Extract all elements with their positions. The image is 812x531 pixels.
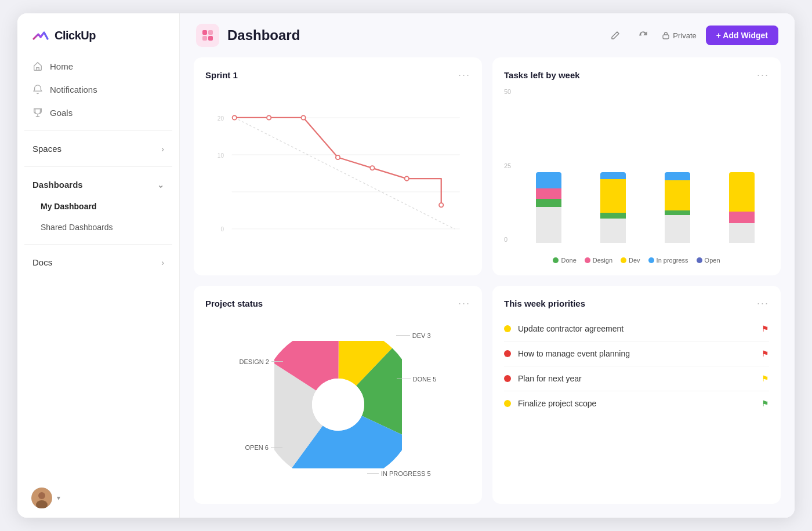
done-label: Done: [561, 257, 576, 264]
bar-group-2: [586, 172, 641, 243]
divider-1: [24, 130, 172, 131]
clickup-logo-icon: [31, 26, 50, 45]
main-content: Dashboard Pri: [180, 13, 795, 518]
priority-text-3: Plan for next year: [518, 374, 755, 383]
bar-segment-empty-4: [729, 223, 755, 243]
priorities-menu-button[interactable]: ···: [757, 297, 769, 310]
user-avatar[interactable]: [31, 488, 52, 508]
bar-segment-dev-4: [729, 172, 755, 212]
bar-group-1: [521, 172, 577, 243]
svg-point-19: [336, 155, 340, 159]
docs-chevron: ›: [161, 258, 164, 267]
bar-segment-empty-2: [600, 219, 626, 243]
priority-flag-3: ⚑: [762, 374, 769, 383]
design-label: Design: [593, 257, 612, 264]
bar-segment-empty-3: [665, 215, 690, 243]
shared-dashboards-label: Shared Dashboards: [41, 223, 113, 232]
sidebar-item-spaces[interactable]: Spaces ›: [24, 138, 172, 159]
sidebar-item-docs[interactable]: Docs ›: [24, 252, 172, 273]
svg-rect-3: [202, 30, 207, 35]
pie-label-done: DONE 5: [397, 376, 437, 383]
dev-dot: [621, 257, 626, 263]
bar-segment-dev-3: [665, 180, 690, 210]
dashboards-chevron: ⌄: [157, 180, 164, 190]
tasks-widget: Tasks left by week ··· 50 25 0: [492, 57, 781, 275]
tasks-widget-header: Tasks left by week ···: [504, 69, 769, 81]
svg-text:0: 0: [220, 226, 224, 232]
priority-item-1: Update contractor agreement ⚑: [504, 317, 769, 341]
bar-segment-done-2: [600, 213, 626, 219]
sprint-line-chart: 20 10 0: [205, 88, 470, 264]
chart-legend: Done Design Dev In progress: [504, 257, 769, 264]
pie-label-dev: DEV 3: [396, 332, 431, 339]
bar-segment-done-3: [665, 210, 690, 215]
main-header: Dashboard Pri: [180, 13, 795, 57]
sprint-menu-button[interactable]: ···: [458, 69, 470, 81]
inprogress-dot: [648, 257, 654, 263]
dashboard-grid-icon: [201, 29, 214, 42]
pie-label-open: OPEN 6: [245, 444, 282, 451]
refresh-button[interactable]: [634, 26, 652, 45]
priority-dot-4: [504, 400, 511, 407]
svg-text:10: 10: [217, 152, 224, 159]
priority-text-4: Finalize project scope: [518, 399, 755, 408]
sidebar-item-dashboards[interactable]: Dashboards ⌄: [24, 174, 172, 195]
logo-text: ClickUp: [55, 29, 96, 42]
svg-text:20: 20: [217, 115, 224, 122]
my-dashboard-label: My Dashboard: [41, 202, 96, 211]
priority-dot-2: [504, 350, 511, 357]
sidebar-item-goals[interactable]: Goals: [24, 101, 172, 123]
header-right: Private + Add Widget: [606, 26, 778, 45]
priority-item-4: Finalize project scope ⚑: [504, 391, 769, 416]
edit-icon: [611, 31, 620, 40]
private-label: Private: [673, 31, 696, 40]
sidebar-item-home[interactable]: Home: [24, 55, 172, 77]
lock-icon: [662, 31, 670, 39]
tasks-menu-button[interactable]: ···: [757, 69, 769, 81]
spaces-label: Spaces: [32, 144, 61, 154]
user-chevron[interactable]: ▾: [57, 494, 60, 502]
pie-center: [312, 379, 364, 431]
priorities-list: Update contractor agreement ⚑ How to man…: [504, 317, 769, 492]
dashboard-icon: [196, 24, 219, 47]
add-widget-button[interactable]: + Add Widget: [706, 26, 778, 45]
project-status-menu-button[interactable]: ···: [458, 297, 470, 310]
priorities-widget-title: This week priorities: [504, 299, 585, 308]
bar-segment-empty-1: [536, 207, 561, 243]
project-status-header: Project status ···: [205, 297, 470, 310]
svg-rect-4: [208, 30, 213, 35]
app-frame: ClickUp Home Notifications: [17, 13, 795, 518]
svg-point-20: [370, 166, 374, 170]
divider-2: [24, 166, 172, 167]
bar-segment-design-4: [729, 212, 755, 223]
edit-button[interactable]: [606, 26, 625, 45]
sidebar-item-my-dashboard[interactable]: My Dashboard: [24, 197, 172, 216]
sidebar: ClickUp Home Notifications: [17, 13, 180, 518]
bar-segment-inprogress-2: [600, 172, 626, 179]
dev-label: Dev: [629, 257, 640, 264]
legend-done: Done: [553, 257, 576, 264]
sprint-widget: Sprint 1 ··· 20 10 0: [194, 57, 482, 275]
sidebar-item-shared-dashboards[interactable]: Shared Dashboards: [24, 217, 172, 237]
project-status-widget: Project status ···: [194, 286, 482, 504]
priority-dot-3: [504, 375, 511, 382]
sprint-widget-title: Sprint 1: [205, 70, 238, 80]
bar-segment-inprogress-3: [665, 172, 690, 180]
refresh-icon: [639, 31, 648, 40]
svg-point-21: [405, 176, 409, 180]
sidebar-item-notifications[interactable]: Notifications: [24, 78, 172, 100]
spaces-chevron: ›: [161, 144, 164, 154]
sidebar-footer: ▾: [17, 478, 179, 518]
trophy-icon: [32, 107, 43, 118]
priority-item-3: Plan for next year ⚑: [504, 366, 769, 391]
open-label: Open: [705, 257, 720, 264]
svg-rect-6: [208, 36, 213, 41]
legend-dev: Dev: [621, 257, 640, 264]
legend-open: Open: [697, 257, 720, 264]
dashboards-label: Dashboards: [32, 180, 83, 190]
svg-point-18: [301, 115, 305, 119]
sidebar-label-home: Home: [50, 61, 73, 71]
logo[interactable]: ClickUp: [17, 13, 179, 55]
private-badge: Private: [662, 31, 696, 40]
svg-point-22: [439, 203, 443, 207]
